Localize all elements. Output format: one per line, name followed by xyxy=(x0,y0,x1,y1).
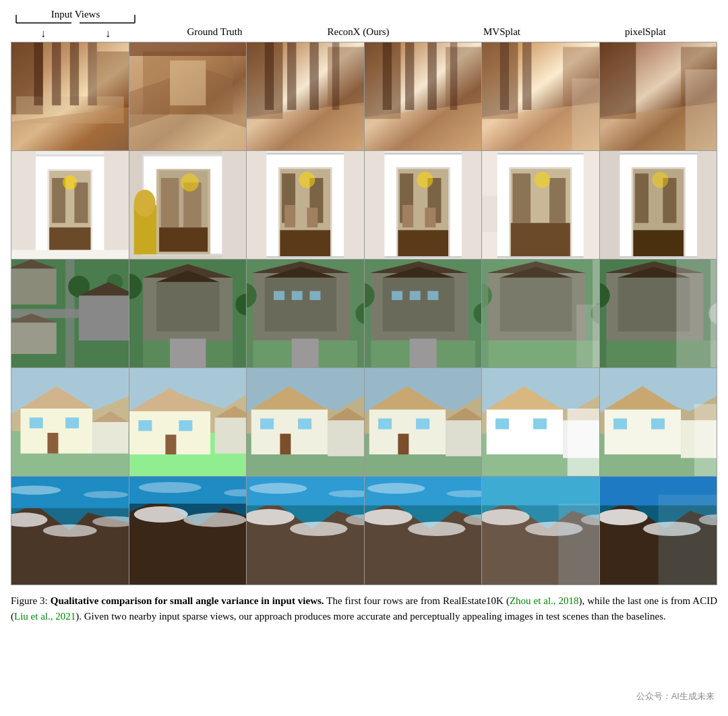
svg-rect-57 xyxy=(11,151,36,259)
svg-rect-82 xyxy=(344,151,363,259)
house-ours xyxy=(364,368,482,476)
svg-rect-105 xyxy=(482,196,497,232)
svg-rect-154 xyxy=(309,291,320,300)
aerial-ours xyxy=(364,260,482,367)
svg-rect-10 xyxy=(52,42,61,105)
svg-rect-238 xyxy=(495,419,509,429)
kitchen-ours xyxy=(364,42,482,150)
svg-text:Input Views: Input Views xyxy=(51,9,100,20)
svg-rect-42 xyxy=(522,42,531,110)
svg-rect-229 xyxy=(416,419,429,429)
svg-rect-166 xyxy=(392,291,402,300)
svg-rect-239 xyxy=(533,419,547,429)
svg-rect-168 xyxy=(427,291,438,300)
svg-rect-248 xyxy=(651,419,665,429)
svg-rect-127 xyxy=(79,295,128,340)
svg-rect-122 xyxy=(11,322,57,354)
svg-point-278 xyxy=(367,483,425,494)
svg-rect-56 xyxy=(49,227,90,251)
aerial-input2 xyxy=(129,260,247,367)
col-header-gt: Ground Truth xyxy=(143,26,286,40)
svg-rect-120 xyxy=(11,268,57,304)
svg-rect-100 xyxy=(549,178,566,223)
living-gt xyxy=(246,151,364,259)
svg-rect-9 xyxy=(34,42,42,105)
table-row xyxy=(11,476,717,585)
house-input1 xyxy=(11,368,129,476)
svg-rect-94 xyxy=(462,151,481,259)
svg-rect-41 xyxy=(500,42,509,110)
house-mvs xyxy=(481,368,599,476)
svg-rect-285 xyxy=(482,477,599,506)
table-row xyxy=(11,42,717,150)
svg-rect-172 xyxy=(500,278,572,332)
house-gt xyxy=(246,368,364,476)
caption-text3: ). Given two nearby input sparse views, … xyxy=(75,611,666,622)
svg-point-112 xyxy=(652,172,668,188)
living-pixel xyxy=(599,151,717,259)
aerial-gt xyxy=(246,260,364,367)
column-headers: Ground Truth ReconX (Ours) MVSplat pixel… xyxy=(143,26,717,40)
svg-rect-216 xyxy=(328,420,363,456)
svg-rect-36 xyxy=(450,42,457,110)
house-pixel xyxy=(599,368,717,476)
svg-rect-27 xyxy=(309,42,318,110)
svg-rect-12 xyxy=(88,42,96,105)
svg-point-68 xyxy=(181,173,199,191)
svg-rect-230 xyxy=(398,434,408,454)
svg-rect-286 xyxy=(558,504,599,585)
svg-rect-206 xyxy=(214,417,246,453)
svg-rect-161 xyxy=(365,260,371,367)
svg-rect-246 xyxy=(694,404,717,476)
svg-rect-79 xyxy=(307,208,317,227)
svg-rect-243 xyxy=(604,409,680,454)
svg-rect-69 xyxy=(159,227,208,251)
svg-rect-104 xyxy=(584,151,599,259)
col-header-pixelsplat: pixelSplat xyxy=(574,26,717,40)
svg-rect-226 xyxy=(446,420,481,456)
svg-rect-30 xyxy=(365,42,400,119)
svg-rect-208 xyxy=(138,420,152,431)
svg-rect-293 xyxy=(658,495,717,585)
svg-point-256 xyxy=(84,491,129,498)
svg-point-259 xyxy=(133,506,187,523)
svg-rect-113 xyxy=(633,230,684,256)
svg-rect-228 xyxy=(378,419,392,429)
table-row xyxy=(11,259,717,367)
svg-point-275 xyxy=(408,522,465,536)
coast-input1 xyxy=(11,477,129,585)
svg-rect-165 xyxy=(409,338,436,367)
table-row xyxy=(11,150,717,259)
svg-rect-81 xyxy=(247,151,266,259)
svg-rect-167 xyxy=(409,291,420,300)
living-input2 xyxy=(129,151,247,259)
svg-point-55 xyxy=(63,175,77,189)
svg-rect-234 xyxy=(487,409,563,454)
svg-point-270 xyxy=(249,483,307,494)
coast-mvs xyxy=(481,477,599,585)
watermark: 公众号：AI生成未来 xyxy=(636,690,715,703)
svg-rect-48 xyxy=(685,69,717,150)
arrow-left: ↓ xyxy=(40,28,46,40)
svg-rect-25 xyxy=(265,42,274,110)
svg-rect-54 xyxy=(74,183,88,223)
living-input1 xyxy=(11,151,129,259)
svg-rect-177 xyxy=(482,260,488,367)
coast-ours xyxy=(364,477,482,585)
input-views-header: Input Views ↓ ↓ xyxy=(11,5,140,40)
svg-rect-237 xyxy=(568,409,599,476)
living-ours xyxy=(364,151,482,259)
svg-rect-179 xyxy=(576,305,599,367)
input-views-label: Input Views xyxy=(11,5,140,27)
svg-rect-58 xyxy=(104,151,128,259)
svg-rect-66 xyxy=(160,178,179,227)
svg-rect-152 xyxy=(274,291,284,300)
svg-rect-59 xyxy=(11,250,129,259)
svg-rect-153 xyxy=(292,291,303,300)
col-header-mvsplat: MVSplat xyxy=(430,26,574,40)
svg-rect-70 xyxy=(222,151,246,259)
aerial-pixel xyxy=(599,260,717,367)
svg-rect-115 xyxy=(697,151,717,259)
svg-rect-119 xyxy=(65,260,74,367)
svg-rect-80 xyxy=(280,230,330,256)
